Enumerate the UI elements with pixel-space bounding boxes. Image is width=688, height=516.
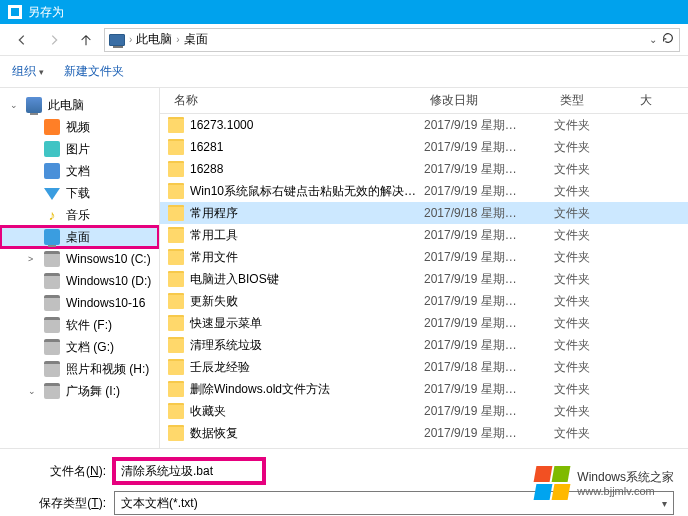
sidebar-item[interactable]: 软件 (F:) [0, 314, 159, 336]
drive-icon [44, 339, 60, 355]
crumb-root[interactable]: 此电脑 [136, 31, 172, 48]
folder-icon [168, 381, 184, 397]
sidebar-item-label: 桌面 [66, 229, 90, 246]
file-row[interactable]: 收藏夹2017/9/19 星期…文件夹 [160, 400, 688, 422]
sidebar-item[interactable]: 文档 [0, 160, 159, 182]
content: ⌄ 此电脑 视频图片文档下载♪音乐桌面>Winsows10 (C:)Window… [0, 88, 688, 448]
expander-icon[interactable]: ⌄ [28, 386, 38, 396]
app-icon [8, 5, 22, 19]
file-row[interactable]: 清理系统垃圾2017/9/19 星期…文件夹 [160, 334, 688, 356]
file-type: 文件夹 [554, 205, 634, 222]
organize-menu[interactable]: 组织 [12, 63, 44, 80]
file-date: 2017/9/19 星期… [424, 381, 554, 398]
back-button[interactable] [8, 28, 36, 52]
col-date[interactable]: 修改日期 [424, 92, 554, 109]
drive-icon [44, 251, 60, 267]
col-size[interactable]: 大 [634, 92, 688, 109]
folder-icon [168, 205, 184, 221]
file-row[interactable]: 更新失败2017/9/19 星期…文件夹 [160, 290, 688, 312]
sidebar-item[interactable]: Windows10-16 [0, 292, 159, 314]
folder-icon [168, 161, 184, 177]
file-row[interactable]: 16273.10002017/9/19 星期…文件夹 [160, 114, 688, 136]
file-name: 常用程序 [190, 205, 238, 222]
sidebar-item-label: 图片 [66, 141, 90, 158]
tree-root[interactable]: ⌄ 此电脑 [0, 94, 159, 116]
file-date: 2017/9/19 星期… [424, 183, 554, 200]
filetype-label: 保存类型(T): [14, 495, 106, 512]
file-row[interactable]: 162812017/9/19 星期…文件夹 [160, 136, 688, 158]
watermark-url: www.bjjmlv.com [577, 485, 674, 497]
file-type: 文件夹 [554, 293, 634, 310]
folder-icon [168, 293, 184, 309]
col-name[interactable]: 名称 [168, 92, 424, 109]
file-row[interactable]: Win10系统鼠标右键点击粘贴无效的解决…2017/9/19 星期…文件夹 [160, 180, 688, 202]
dropdown-icon[interactable]: ⌄ [649, 34, 657, 45]
file-date: 2017/9/19 星期… [424, 117, 554, 134]
file-row[interactable]: 常用工具2017/9/19 星期…文件夹 [160, 224, 688, 246]
sidebar-item[interactable]: 图片 [0, 138, 159, 160]
drive-icon [44, 361, 60, 377]
desktop-icon [44, 229, 60, 245]
file-name: 删除Windows.old文件方法 [190, 381, 330, 398]
sidebar-item[interactable]: 下载 [0, 182, 159, 204]
filename-input[interactable]: 清除系统垃圾.bat [114, 459, 264, 483]
sidebar-item[interactable]: 照片和视频 (H:) [0, 358, 159, 380]
new-folder-button[interactable]: 新建文件夹 [64, 63, 124, 80]
folder-icon [168, 183, 184, 199]
file-row[interactable]: 删除Windows.old文件方法2017/9/19 星期…文件夹 [160, 378, 688, 400]
file-name: 电脑进入BIOS键 [190, 271, 279, 288]
file-type: 文件夹 [554, 381, 634, 398]
file-type: 文件夹 [554, 403, 634, 420]
watermark-title: Windows系统之家 [577, 471, 674, 484]
expander-icon[interactable]: ⌄ [10, 100, 20, 110]
file-name: 壬辰龙经验 [190, 359, 250, 376]
sidebar-item[interactable]: ♪音乐 [0, 204, 159, 226]
expander-icon[interactable]: > [28, 254, 38, 264]
folder-icon [168, 271, 184, 287]
toolbar: 组织 新建文件夹 [0, 56, 688, 88]
video-icon [44, 119, 60, 135]
file-row[interactable]: 快速显示菜单2017/9/19 星期…文件夹 [160, 312, 688, 334]
file-date: 2017/9/19 星期… [424, 161, 554, 178]
pc-icon [109, 34, 125, 46]
drive-icon [44, 295, 60, 311]
sidebar-item[interactable]: 文档 (G:) [0, 336, 159, 358]
file-row[interactable]: 数据恢复2017/9/19 星期…文件夹 [160, 422, 688, 444]
file-row[interactable]: 电脑进入BIOS键2017/9/19 星期…文件夹 [160, 268, 688, 290]
address-bar[interactable]: › 此电脑 › 桌面 ⌄ [104, 28, 680, 52]
sidebar-item[interactable]: 桌面 [0, 226, 159, 248]
file-name: 更新失败 [190, 293, 238, 310]
music-icon: ♪ [44, 207, 60, 223]
folder-icon [168, 337, 184, 353]
sidebar-item-label: 视频 [66, 119, 90, 136]
file-type: 文件夹 [554, 249, 634, 266]
drive-icon [44, 383, 60, 399]
file-row[interactable]: 壬辰龙经验2017/9/18 星期…文件夹 [160, 356, 688, 378]
file-type: 文件夹 [554, 227, 634, 244]
sidebar-item[interactable]: >Winsows10 (C:) [0, 248, 159, 270]
file-row[interactable]: 常用文件2017/9/19 星期…文件夹 [160, 246, 688, 268]
crumb-current[interactable]: 桌面 [184, 31, 208, 48]
file-type: 文件夹 [554, 425, 634, 442]
sidebar-item[interactable]: ⌄广场舞 (I:) [0, 380, 159, 402]
file-name: 常用工具 [190, 227, 238, 244]
file-row[interactable]: 162882017/9/19 星期…文件夹 [160, 158, 688, 180]
sidebar-item[interactable]: 视频 [0, 116, 159, 138]
tree-root-label: 此电脑 [48, 97, 84, 114]
file-row[interactable]: 常用程序2017/9/18 星期…文件夹 [160, 202, 688, 224]
up-button[interactable] [72, 28, 100, 52]
col-type[interactable]: 类型 [554, 92, 634, 109]
sidebar: ⌄ 此电脑 视频图片文档下载♪音乐桌面>Winsows10 (C:)Window… [0, 88, 160, 448]
forward-button[interactable] [40, 28, 68, 52]
refresh-icon[interactable] [661, 31, 675, 48]
folder-icon [168, 359, 184, 375]
file-name: 清理系统垃圾 [190, 337, 262, 354]
file-date: 2017/9/19 星期… [424, 315, 554, 332]
pc-icon [26, 97, 42, 113]
chevron-right-icon: › [176, 34, 179, 45]
drive-icon [44, 273, 60, 289]
sidebar-item[interactable]: Windows10 (D:) [0, 270, 159, 292]
sidebar-item-label: Windows10-16 [66, 296, 145, 310]
watermark: Windows系统之家 www.bjjmlv.com [535, 466, 674, 502]
file-name: Win10系统鼠标右键点击粘贴无效的解决… [190, 183, 416, 200]
